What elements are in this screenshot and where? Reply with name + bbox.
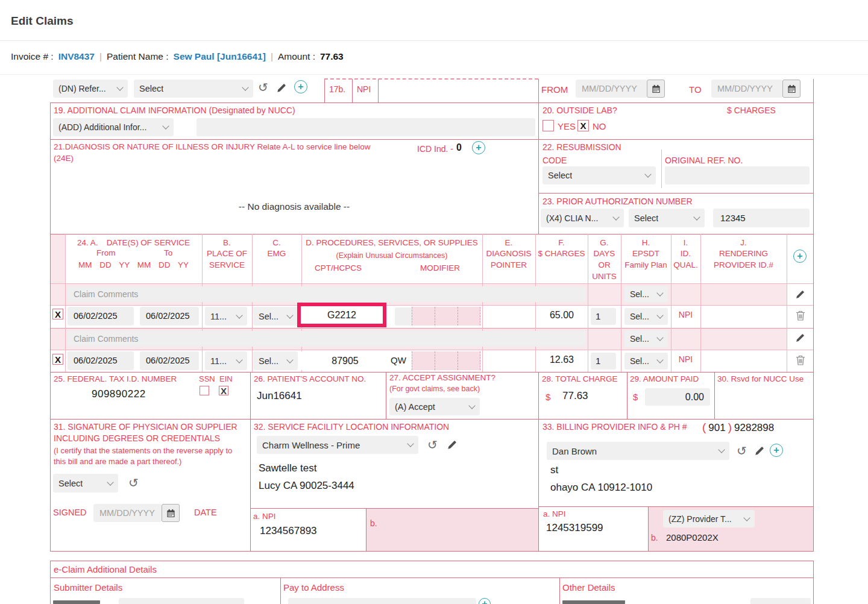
- cpt-code-input[interactable]: 87905: [301, 351, 389, 370]
- col-d-header: D. PROCEDURES, SERVICES, OR SUPPLIES: [301, 238, 482, 247]
- refresh-icon[interactable]: ↺: [737, 445, 747, 457]
- claim-comments-input[interactable]: Claim Comments: [68, 331, 586, 347]
- service-to-date-input[interactable]: 06/02/2025: [140, 307, 199, 326]
- modifier-input[interactable]: QW: [391, 355, 406, 365]
- facility-dropdown[interactable]: Charm Wellness - Prime: [257, 436, 418, 454]
- chevron-down-icon: [116, 84, 123, 90]
- edit-row-pencil-icon[interactable]: [795, 333, 805, 345]
- cpt-code-input-highlighted[interactable]: G2212: [297, 303, 386, 327]
- delete-row-trash-icon[interactable]: [796, 310, 805, 323]
- units-input[interactable]: 1: [591, 353, 616, 370]
- modifier-input[interactable]: [458, 351, 480, 370]
- divider: [714, 372, 715, 419]
- modifier-input[interactable]: [395, 307, 412, 326]
- prior-auth-number-input[interactable]: 12345: [713, 209, 810, 227]
- divider: [538, 193, 814, 193]
- prior-auth-select-dropdown[interactable]: Select: [629, 209, 705, 227]
- referrer-qualifier-dropdown[interactable]: (DN) Refer...: [53, 80, 128, 98]
- accept-assignment-dropdown[interactable]: (A) Accept: [389, 398, 480, 415]
- add-service-line-icon[interactable]: +: [793, 250, 807, 263]
- box31-title-line2: INCLUDING DEGREES OR CREDENTIALS: [54, 433, 220, 443]
- epsdt-comment-dropdown[interactable]: Sel...: [624, 286, 668, 303]
- additional-info-dropdown[interactable]: (ADD) Additional Infor...: [53, 118, 174, 136]
- dropdown-value: (ZZ) Provider T...: [668, 514, 732, 524]
- emg-dropdown[interactable]: Sel...: [253, 307, 298, 326]
- divider: [50, 561, 814, 561]
- resubmission-code-dropdown[interactable]: Select: [542, 166, 656, 184]
- epsdt-comment-dropdown[interactable]: Sel...: [624, 330, 668, 347]
- service-from-date-input[interactable]: 06/02/2025: [68, 307, 134, 326]
- taxonomy-code-value: 2080P0202X: [666, 532, 719, 543]
- epsdt-dropdown[interactable]: Sel...: [624, 353, 668, 370]
- refresh-icon[interactable]: ↺: [258, 81, 268, 93]
- edit-row-pencil-icon[interactable]: [795, 289, 805, 302]
- submitter-type-dropdown[interactable]: [119, 598, 244, 604]
- add-referrer-icon[interactable]: +: [294, 80, 307, 93]
- col-c-header: EMG: [252, 248, 301, 258]
- outside-lab-yes-checkbox[interactable]: [542, 120, 554, 131]
- amount-paid-input[interactable]: 0.00: [645, 388, 710, 406]
- x-mark: X: [55, 355, 61, 364]
- chevron-down-icon: [107, 479, 113, 485]
- from-calendar-button[interactable]: [647, 80, 665, 98]
- phone-number: 9282898: [734, 422, 774, 434]
- pay-to-address-input[interactable]: [288, 598, 476, 604]
- row-select-checkbox[interactable]: X: [52, 354, 63, 365]
- signed-calendar-button[interactable]: [162, 504, 180, 522]
- invoice-label: Invoice # :: [11, 51, 54, 62]
- edit-pencil-icon[interactable]: [276, 83, 287, 96]
- edit-pencil-icon[interactable]: [754, 445, 765, 459]
- signed-date-input[interactable]: MM/DD/YYYY: [93, 504, 162, 522]
- divider: [813, 561, 814, 604]
- units-input[interactable]: 1: [591, 308, 616, 325]
- billing-provider-dropdown[interactable]: Dan Brown: [547, 442, 729, 460]
- to-calendar-button[interactable]: [782, 80, 800, 98]
- edit-pencil-icon[interactable]: [447, 439, 458, 453]
- col-f-header: $ CHARGES: [535, 248, 588, 258]
- delete-row-trash-icon[interactable]: [796, 355, 805, 368]
- from-date-input[interactable]: MM/DD/YYYY: [576, 80, 647, 98]
- add-provider-icon[interactable]: +: [770, 444, 783, 457]
- ein-checkbox[interactable]: X: [219, 386, 228, 395]
- emg-dropdown[interactable]: Sel...: [253, 351, 298, 370]
- additional-info-input[interactable]: [197, 118, 535, 136]
- refresh-icon[interactable]: ↺: [128, 477, 139, 489]
- ein-label: EIN: [219, 374, 233, 383]
- divider: [787, 234, 787, 372]
- clia-qualifier-dropdown[interactable]: (X4) CLIA N...: [541, 209, 624, 227]
- referrer-select-dropdown[interactable]: Select: [134, 80, 253, 98]
- row-select-checkbox[interactable]: X: [52, 309, 63, 319]
- provider-qualifier-dropdown[interactable]: (ZZ) Provider T...: [663, 510, 755, 527]
- add-pay-to-icon[interactable]: +: [479, 598, 491, 604]
- claim-comments-input[interactable]: Claim Comments: [68, 286, 586, 302]
- modifier-input[interactable]: [412, 307, 435, 326]
- other-details-input[interactable]: [750, 598, 811, 604]
- service-from-date-input[interactable]: 06/02/2025: [68, 351, 134, 370]
- service-to-date-input[interactable]: 06/02/2025: [140, 351, 199, 370]
- col-a-to: To: [164, 248, 172, 257]
- amount-label: Amount :: [278, 51, 315, 62]
- dropdown-value: Sel...: [630, 334, 649, 344]
- patient-label: Patient Name :: [107, 51, 169, 62]
- add-diagnosis-icon[interactable]: +: [472, 141, 485, 154]
- currency-symbol: $: [633, 392, 638, 402]
- modifier-input[interactable]: [458, 307, 480, 326]
- chevron-down-icon: [644, 171, 651, 177]
- ssn-checkbox[interactable]: [200, 386, 209, 395]
- signature-dropdown[interactable]: Select: [53, 474, 118, 492]
- refresh-icon[interactable]: ↺: [427, 439, 438, 451]
- epsdt-dropdown[interactable]: Sel...: [624, 308, 668, 325]
- original-ref-input[interactable]: [665, 166, 810, 184]
- outside-lab-no-checkbox[interactable]: X: [577, 120, 589, 131]
- to-date-input[interactable]: MM/DD/YYYY: [711, 80, 782, 98]
- place-of-service-dropdown[interactable]: 11...: [205, 351, 247, 370]
- place-of-service-dropdown[interactable]: 11...: [205, 307, 247, 326]
- box32-title: 32. SERVICE FACILITY LOCATION INFORMATIO…: [254, 422, 449, 432]
- modifier-input[interactable]: [435, 351, 458, 370]
- icd-indicator-label: ICD Ind. -: [417, 144, 453, 154]
- invoice-number-link[interactable]: INV8437: [58, 51, 95, 62]
- modifier-input[interactable]: [435, 307, 458, 326]
- modifier-input[interactable]: [412, 351, 435, 370]
- patient-name-link[interactable]: Sew Paul [Jun16641]: [174, 51, 266, 62]
- chevron-down-icon: [468, 402, 475, 409]
